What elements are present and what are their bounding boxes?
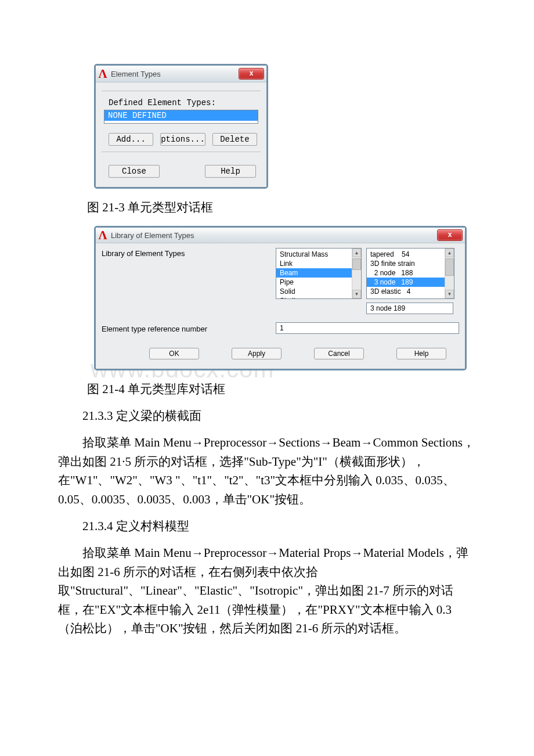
close-icon[interactable]: x xyxy=(239,68,264,80)
close-icon[interactable]: x xyxy=(437,229,463,241)
apply-button[interactable]: Apply xyxy=(232,348,282,359)
paragraph: 拾取菜单 Main Menu→Preprocessor→Material Pro… xyxy=(58,543,476,638)
figure-caption-21-4: 图 21-4 单元类型库对话框 xyxy=(87,381,476,397)
selected-echo-field[interactable]: 3 node 189 xyxy=(366,303,453,314)
add-button[interactable]: Add... xyxy=(109,133,153,146)
list-item[interactable]: 3D finite strain xyxy=(370,259,445,268)
list-item[interactable]: Beam xyxy=(276,268,352,278)
scroll-thumb[interactable] xyxy=(445,258,454,276)
dialog-body: Defined Element Types: NONE DEFINED Add.… xyxy=(96,82,266,187)
defined-types-listbox[interactable]: NONE DEFINED xyxy=(104,110,258,124)
section-heading-2134: 21.3.4 定义村料模型 xyxy=(58,518,476,534)
list-item[interactable]: Solid xyxy=(280,287,352,296)
scroll-down-icon[interactable]: ▼ xyxy=(445,290,454,298)
scroll-up-icon[interactable]: ▲ xyxy=(352,249,361,257)
options-button[interactable]: ptions... xyxy=(160,133,205,146)
scroll-up-icon[interactable]: ▲ xyxy=(445,249,454,257)
scroll-thumb[interactable] xyxy=(352,258,361,270)
list-item[interactable]: NONE DEFINED xyxy=(104,110,258,121)
close-button[interactable]: Close xyxy=(109,165,160,178)
list-item[interactable]: 3 node 189 xyxy=(367,278,445,287)
cancel-button[interactable]: Cancel xyxy=(314,348,364,359)
list-item[interactable]: Link xyxy=(280,259,352,268)
ok-button[interactable]: OK xyxy=(149,348,199,359)
figure-caption-21-3: 图 21-3 单元类型对话框 xyxy=(87,199,476,215)
refnum-input[interactable]: 1 xyxy=(276,322,459,334)
dialog-titlebar: Λ Element Types x xyxy=(96,66,266,82)
scroll-down-icon[interactable]: ▼ xyxy=(352,290,361,298)
list-item[interactable]: 3D elastic 4 xyxy=(370,287,445,296)
subtype-listbox[interactable]: tapered 54 3D finite strain 2 node 188 3… xyxy=(366,248,454,299)
help-button[interactable]: Help xyxy=(205,165,256,178)
scrollbar[interactable]: ▲ ▼ xyxy=(445,249,454,298)
app-icon: Λ xyxy=(98,69,107,78)
delete-button[interactable]: Delete xyxy=(212,133,257,146)
defined-types-label: Defined Element Types: xyxy=(109,98,259,107)
scrollbar[interactable]: ▲ ▼ xyxy=(352,249,361,298)
list-item[interactable]: Pipe xyxy=(280,278,352,287)
list-item[interactable]: Shell xyxy=(280,296,352,298)
library-dialog: Λ Library of Element Types x Library of … xyxy=(94,226,467,370)
refnum-label: Element type reference number xyxy=(102,323,276,333)
paragraph: 拾取菜单 Main Menu→Preprocessor→Sections→Bea… xyxy=(58,433,476,509)
dialog-body: Library of Element Types Structural Mass… xyxy=(96,243,465,369)
list-item[interactable]: tapered 54 xyxy=(370,250,445,259)
dialog-title: Element Types xyxy=(111,70,239,78)
list-item[interactable]: Structural Mass xyxy=(280,250,352,259)
help-button[interactable]: Help xyxy=(396,348,446,359)
app-icon: Λ xyxy=(98,231,107,240)
dialog-title: Library of Element Types xyxy=(111,231,437,240)
list-item[interactable]: 2 node 188 xyxy=(370,268,445,278)
section-heading-2133: 21.3.3 定义梁的横截面 xyxy=(58,408,476,424)
category-listbox[interactable]: Structural Mass Link Beam Pipe Solid She… xyxy=(276,248,362,299)
dialog-titlebar: Λ Library of Element Types x xyxy=(96,228,465,243)
element-types-dialog: Λ Element Types x Defined Element Types:… xyxy=(94,64,268,189)
library-label: Library of Element Types xyxy=(102,248,276,258)
